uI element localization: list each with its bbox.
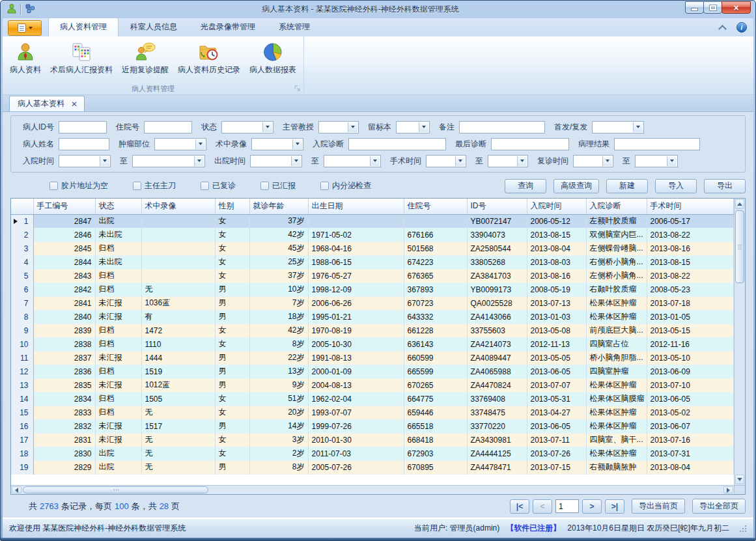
table-row[interactable]: 152833归档无女20岁1993-07-0765944633748475201… [11,406,734,419]
final-diagnosis-input[interactable] [491,138,569,150]
table-row[interactable]: 182830出院无女2岁2011-07-03672903ZA4444125201… [11,447,734,460]
ribbon-tab-2[interactable]: 科室人员信息 [119,18,189,36]
resize-grip[interactable] [738,524,747,533]
scroll-up-button[interactable] [735,199,744,209]
table-row[interactable]: 162832未汇报1517男14岁1999-07-266655183377022… [11,419,734,433]
collapse-ribbon-icon[interactable] [717,22,727,33]
horizontal-scrollbar[interactable] [11,485,734,494]
column-header-4[interactable]: 性别 [215,199,249,214]
column-header-3[interactable]: 术中录像 [141,199,215,214]
document-tab-patient-basic-info[interactable]: 病人基本资料 ✕ [9,96,85,111]
column-header-5[interactable]: 就诊年龄 [249,199,308,214]
scroll-down-button[interactable] [735,475,744,484]
table-row[interactable]: 172831未汇报无女3岁2010-01-30668418ZA343098120… [11,433,734,447]
table-row[interactable]: 72841未汇报1036蓝男7岁2006-06-26670723QA002552… [11,296,734,310]
new-button[interactable]: 新建 [606,179,648,193]
table-row[interactable]: 142834归档1505女51岁1962-02-0466477533769408… [11,392,734,406]
export-button[interactable]: 导出 [704,179,746,193]
column-header-2[interactable]: 状态 [95,199,141,214]
column-header-6[interactable]: 出生日期 [308,199,404,214]
revisit-date-from-combo[interactable] [573,155,613,167]
horizontal-scroll-thumb[interactable] [23,486,208,493]
admit-date-to-combo[interactable] [132,155,205,167]
app-logo-icon[interactable] [7,3,17,16]
scroll-left-button[interactable] [12,486,21,493]
surgery-date-from-combo[interactable] [426,155,466,167]
status-combo[interactable] [221,121,273,133]
dialog-launcher-icon[interactable] [294,85,301,92]
column-header-9[interactable]: 入院时间 [527,199,586,214]
cell: 归档 [95,406,141,419]
vertical-scrollbar[interactable] [734,199,745,485]
scroll-right-button[interactable] [723,486,733,493]
export-current-page-button[interactable]: 导出当前页 [632,499,685,514]
advanced-query-button[interactable]: 高级查询 [553,179,599,193]
import-button[interactable]: 导入 [655,179,697,193]
column-header-8[interactable]: ID号 [467,199,527,214]
patient-name-input[interactable] [59,138,109,150]
table-row[interactable]: 192829出院无男8岁2005-07-26670895ZA4478471201… [11,460,734,474]
table-row[interactable]: 52843归档女37岁1976-05-27676365ZA38417032013… [11,269,734,283]
admit-date-from-combo[interactable] [59,155,111,167]
first-page-button[interactable]: |< [510,499,529,514]
first-or-relapse-combo[interactable] [592,121,644,133]
quick-layout-icon[interactable] [25,4,35,16]
minimize-button[interactable] [685,1,704,14]
close-button[interactable]: × [721,1,751,14]
table-row[interactable]: 22846未出院女42岁1971-05-02676166339040732013… [11,228,734,242]
director-surgeon-checkbox[interactable]: 主任主刀 [133,180,176,191]
info-icon[interactable]: i [736,22,747,33]
prev-page-button[interactable]: < [533,499,552,514]
table-row[interactable]: 82840未汇报有男18岁1995-01-21643332ZA414306620… [11,310,734,324]
table-row[interactable]: 12847出院女37岁YB00721472006-05-12左额叶胶质瘤2006… [11,214,734,228]
ribbon-tab-4[interactable]: 系统管理 [267,18,322,36]
film-address-empty-checkbox[interactable]: 胶片地址为空 [49,180,108,191]
admission-diagnosis-input[interactable] [348,138,446,150]
ribbon-tab-1[interactable]: 病人资料管理 [48,18,119,36]
surgery-date-to-combo[interactable] [488,155,528,167]
ribbon-tab-3[interactable]: 光盘录像带管理 [189,18,267,36]
table-row[interactable]: 132835未汇报1012蓝男9岁2004-08-13670265ZA44708… [11,378,734,392]
registration-status[interactable]: 【软件已注册】 [506,523,561,534]
ribbon-button-5[interactable]: 病人数据报表 [245,38,301,77]
table-row[interactable]: 112837未汇报1444男22岁1991-08-13660599ZA40894… [11,351,734,365]
query-button[interactable]: 查询 [505,179,546,193]
table-row[interactable]: 122836归档1519男13岁2000-01-09665599ZA406598… [11,365,734,378]
table-row[interactable]: 42844未出院女25岁1988-06-15674223338052682013… [11,255,734,269]
revisited-checkbox[interactable]: 已复诊 [201,180,236,191]
specimen-kept-combo[interactable] [396,121,430,133]
export-all-pages-button[interactable]: 导出全部页 [692,499,746,514]
column-header-11[interactable]: 手术时间 [647,199,734,214]
discharge-date-to-combo[interactable] [324,155,381,167]
ribbon-button-3[interactable]: 近期复诊提醒 [117,38,173,77]
pathology-result-input[interactable] [614,138,700,150]
chief-professor-combo[interactable] [318,121,359,133]
reported-checkbox[interactable]: 已汇报 [260,180,296,191]
remarks-input[interactable] [459,121,545,133]
discharge-date-from-combo[interactable] [250,155,302,167]
ribbon-button-4[interactable]: 病人资料历史记录 [173,38,245,77]
admission-no-input[interactable] [144,121,192,133]
revisit-date-to-combo[interactable] [635,155,678,167]
endocrine-exam-checkbox[interactable]: 内分泌检查 [320,180,371,191]
ribbon-button-1[interactable]: 病人资料 [5,38,46,77]
table-row[interactable]: 92839归档1472女42岁1970-08-19661228337556032… [11,324,734,337]
table-row[interactable]: 102838归档1110女8岁2005-10-30636143ZA4214073… [11,337,734,351]
column-header-7[interactable]: 住院号 [404,199,467,214]
table-row[interactable]: 62842归档无男10岁1998-12-09367893YB0099173200… [11,283,734,296]
column-header-1[interactable]: 手工编号 [33,199,95,214]
row-indicator-column-header[interactable] [11,199,33,214]
maximize-button[interactable] [703,1,722,14]
application-menu-button[interactable] [8,20,42,36]
last-page-button[interactable]: >| [605,499,624,514]
vertical-scroll-thumb[interactable] [735,210,744,283]
table-row[interactable]: 32845归档女45岁1968-04-16501568ZA25805442013… [11,242,734,255]
tab-close-icon[interactable]: ✕ [71,100,77,109]
patient-id-input[interactable] [59,121,107,133]
next-page-button[interactable]: > [582,499,602,514]
tumor-site-combo[interactable] [154,138,206,150]
ribbon-button-2[interactable]: 术后病人汇报资料 [46,38,117,77]
intraop-video-combo[interactable] [251,138,303,150]
column-header-10[interactable]: 入院诊断 [586,199,647,214]
page-number-input[interactable] [555,499,579,513]
